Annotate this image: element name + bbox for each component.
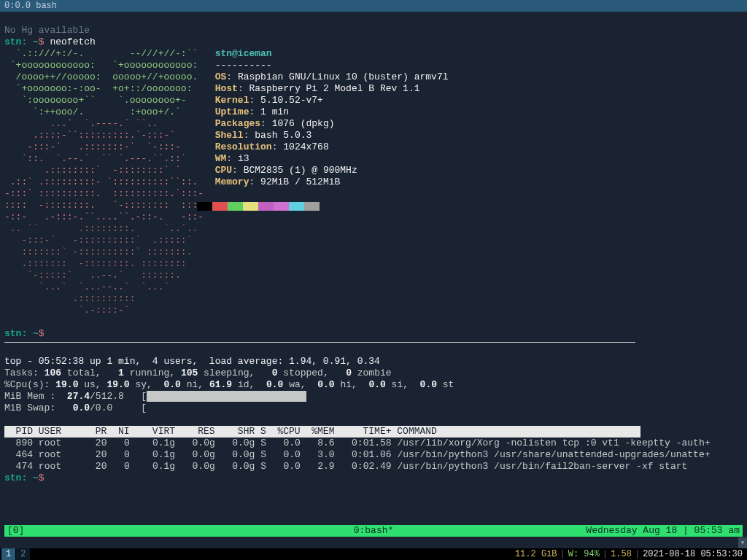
tmux-window[interactable]: 0:bash*: [4, 525, 743, 537]
color-swatch: [304, 202, 320, 211]
wifi-percent: 94%: [584, 549, 600, 559]
neofetch-label: Memory: [215, 176, 249, 187]
color-swatches: [197, 202, 320, 211]
window-titlebar: 0:0.0 bash: [0, 0, 747, 12]
neofetch-label: Kernel: [215, 95, 249, 106]
top-process-row: 474 root 20 0 0.1g 0.0g 0.0g S 0.0 2.9 0…: [4, 461, 687, 472]
color-swatch: [258, 202, 274, 211]
neofetch-value: bash 5.0.3: [255, 130, 311, 141]
ascii-art-line: /oooo++//ooooo: ooooo+//+ooooo.: [4, 71, 215, 82]
ascii-art-line: -::- .-:::-.``....``.-::-. -::-: [4, 211, 215, 222]
ascii-art-line: `-:::::` ..--.` ::::::.: [4, 270, 215, 281]
neofetch-value: 1076 (dpkg): [272, 118, 335, 129]
neofetch-value: 1 min: [260, 106, 289, 117]
top-uptime-line: top - 05:52:38 up 1 min, 4 users, load a…: [4, 356, 380, 367]
ascii-art-line: -:::-` .:::::::-` `-:::-: [4, 141, 215, 152]
color-swatch: [243, 202, 258, 211]
pane-divider[interactable]: [4, 342, 635, 343]
neofetch-label: Host: [215, 83, 238, 94]
ascii-art-line: -:::` ::::::::::. ::::::::::.`:::-: [4, 188, 215, 199]
ascii-art-line: `.::///+:/-. --///+//-:``: [4, 48, 215, 59]
prompt-user: stn:: [4, 328, 27, 339]
neofetch-value: 747x560: [283, 141, 328, 152]
neofetch-label: Shell: [215, 130, 244, 141]
top-column-header: PID USER PR NI VIRT RES SHR S %CPU %MEM …: [4, 426, 640, 438]
ascii-art-line: :::: -::::::::. `-:::::::: ::::: [4, 200, 215, 211]
neofetch-value: Raspberry Pi 2 Model B Rev 1.1: [249, 83, 419, 94]
ascii-art-line: `::. `.--.` `` `.---.``.::`: [4, 153, 215, 164]
ascii-art-line: ...` `.----.` ``..: [4, 118, 215, 129]
ascii-art-line: -:::-` -::::::::::` .:::::`: [4, 235, 215, 246]
color-swatch: [289, 202, 304, 211]
i3-status-bar[interactable]: 1 2 11.2 GiB| W: 94%| 1.58| 2021-08-18 0…: [0, 548, 747, 560]
neofetch-value: 5.10.52-v7+: [260, 95, 323, 106]
prompt-user: stn:: [4, 472, 27, 483]
neofetch-value: 92MiB / 512MiB: [260, 176, 340, 187]
ascii-art-line: `+oooooooooooo: `+oooooooooooo:: [4, 60, 215, 71]
ascii-art-line: `...` `...--..` `...`: [4, 281, 215, 292]
scroll-down-arrow[interactable]: ▾: [738, 538, 747, 548]
prompt-path: ~: [33, 328, 39, 339]
top-process-row: 890 root 20 0 0.1g 0.0g 0.0g S 0.0 8.6 0…: [4, 438, 711, 448]
top-mem-line: MiB Mem : 27.4/512.8 [ ]: [4, 391, 747, 402]
ascii-art-line: `.-::::-`: [4, 305, 215, 316]
prompt-user: stn:: [4, 36, 27, 47]
prompt-symbol: $: [39, 472, 44, 483]
ascii-art-line: .::::::: -::::::::. ::::::::: [4, 258, 215, 269]
datetime: 2021-08-18 05:53:30: [640, 548, 746, 560]
color-swatch: [228, 202, 243, 211]
ascii-art-line: `:++ooo/. :+ooo+/.`: [4, 106, 215, 117]
neofetch-value: i3: [238, 153, 249, 164]
neofetch-value: Raspbian GNU/Linux 10 (buster) armv7l: [238, 71, 449, 82]
load-average: 1.58: [608, 548, 635, 560]
ascii-art-line: .::::::::::: [4, 293, 215, 304]
workspace-button-1[interactable]: 1: [1, 548, 15, 560]
workspace-button-2[interactable]: 2: [16, 548, 30, 560]
neofetch-dashes: ----------: [215, 60, 272, 71]
color-swatch: [274, 202, 289, 211]
neofetch-userhost: stn@iceman: [215, 48, 272, 59]
ascii-art-line: .::::::::` -::::::::` `: [4, 165, 215, 176]
neofetch-label: Packages: [215, 118, 260, 129]
ascii-art-line: :::::::` -::::::::::` :::::::.: [4, 246, 215, 257]
neofetch-command: neofetch: [50, 36, 95, 47]
top-process-row: 464 root 20 0 0.1g 0.0g 0.0g S 0.0 3.0 0…: [4, 449, 711, 460]
prompt-symbol: $: [39, 328, 44, 339]
neofetch-label: WM: [215, 153, 227, 164]
prompt-symbol: $: [39, 36, 44, 47]
terminal-pane[interactable]: No Hg available stn: ~$ neofetch `.::///…: [0, 12, 747, 537]
neofetch-label: Uptime: [215, 106, 249, 117]
tmux-status-bar[interactable]: [0] 0:bash* Wednesday Aug 18 | 05:53 am: [4, 525, 743, 537]
prompt-path: ~: [33, 472, 39, 483]
ascii-art-line: `:oooooooo+`` `.oooooooo+-: [4, 95, 215, 106]
neofetch-label: OS: [215, 71, 227, 82]
neofetch-value: BCM2835 (1) @ 900MHz: [244, 165, 357, 176]
neofetch-label: Resolution: [215, 141, 272, 152]
top-tasks-line: Tasks: 106 total, 1 running, 105 sleepin…: [4, 368, 392, 378]
top-swap-line: MiB Swap: 0.0/0.0 [ ]: [4, 402, 747, 413]
prompt-path: ~: [33, 36, 39, 47]
ascii-art-line: `+ooooooo:-:oo- +o+::/ooooooo:: [4, 83, 215, 94]
hg-status: No Hg available: [4, 25, 90, 36]
wifi-label: W:: [568, 549, 578, 559]
disk-usage: 11.2 GiB: [512, 548, 560, 560]
color-swatch: [197, 202, 212, 211]
neofetch-label: CPU: [215, 165, 232, 176]
ascii-art-line: .. `` .::::::::. `..`..: [4, 223, 215, 234]
top-cpu-line: %Cpu(s): 19.0 us, 19.0 sy, 0.0 ni, 61.9 …: [4, 379, 454, 390]
color-swatch: [212, 202, 228, 211]
ascii-art-line: .::` .:::::::::- `::::::::::``::.: [4, 176, 215, 187]
ascii-art-line: .::::-``:::::::::.`-:::-`: [4, 130, 215, 141]
